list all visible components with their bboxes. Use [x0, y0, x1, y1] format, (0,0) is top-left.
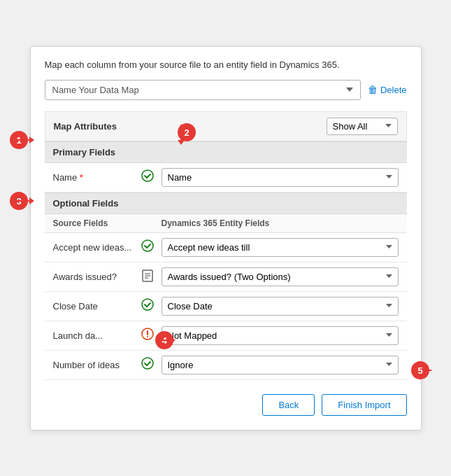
optional-field-row-4: Number of ideas Ignore Not Mapped — [45, 351, 407, 380]
optional-field-select-2[interactable]: Close Date Not Mapped Ignore — [162, 297, 399, 316]
optional-field-row-0: Accept new ideas... Accept new ideas til… — [45, 233, 407, 262]
required-star: * — [80, 172, 83, 183]
main-container: Map each column from your source file to… — [30, 46, 422, 430]
callout-5: 5 — [411, 361, 429, 379]
show-all-select[interactable]: Show All Mapped Unmapped — [327, 118, 398, 135]
optional-field-label-0: Accept new ideas... — [53, 242, 134, 253]
primary-fields-header: Primary Fields — [45, 141, 407, 163]
map-attributes-label: Map Attributes — [54, 121, 117, 132]
name-check-icon — [139, 169, 156, 185]
footer-buttons: Back Finish Import — [45, 394, 407, 416]
optional-field-label-4: Number of ideas — [53, 360, 134, 370]
optional-field-label-2: Close Date — [53, 301, 134, 312]
optional-field-select-1[interactable]: Awards issued? (Two Options) Not Mapped … — [162, 267, 399, 286]
doc-icon-1 — [139, 270, 156, 284]
warn-icon-3 — [139, 328, 156, 343]
data-map-row: Name Your Data Map 🗑 Delete — [45, 80, 407, 100]
optional-field-select-3[interactable]: Not Mapped Ignore — [162, 326, 399, 345]
header-instruction: Map each column from your source file to… — [45, 59, 407, 70]
callout-2: 2 — [178, 123, 196, 141]
svg-point-10 — [142, 358, 153, 369]
check-icon-2 — [139, 298, 156, 314]
delete-button[interactable]: 🗑 Delete — [368, 84, 407, 95]
trash-icon: 🗑 — [368, 84, 378, 95]
svg-point-1 — [142, 240, 153, 251]
check-icon-4 — [139, 357, 156, 372]
map-attributes-bar: Map Attributes Show All Mapped Unmapped — [45, 111, 407, 141]
data-map-select[interactable]: Name Your Data Map — [45, 80, 361, 100]
optional-fields-header: Optional Fields — [45, 192, 407, 214]
optional-field-select-4[interactable]: Ignore Not Mapped — [162, 356, 399, 374]
optional-field-label-1: Awards issued? — [53, 272, 134, 282]
column-headers: Source Fields Dynamics 365 Entity Fields — [45, 214, 407, 233]
optional-field-label-3: Launch da... — [53, 330, 134, 341]
svg-point-9 — [147, 336, 148, 337]
optional-field-row-1: Awards issued? Awards issued? (Two Optio… — [45, 262, 407, 292]
col-entity-header: Dynamics 365 Entity Fields — [162, 218, 270, 228]
check-icon-0 — [139, 239, 156, 255]
back-button[interactable]: Back — [262, 394, 315, 416]
name-field-label: Name * — [53, 172, 134, 183]
optional-field-row-2: Close Date Close Date Not Mapped Ignore — [45, 292, 407, 321]
svg-point-6 — [142, 299, 153, 310]
name-field-row: Name * Name — [45, 163, 407, 192]
svg-point-0 — [142, 170, 153, 181]
finish-import-button[interactable]: Finish Import — [322, 394, 406, 416]
col-source-header: Source Fields — [53, 218, 134, 228]
name-field-select[interactable]: Name — [162, 168, 399, 187]
optional-field-row-3: Launch da... Not Mapped Ignore — [45, 321, 407, 351]
optional-field-select-0[interactable]: Accept new ideas till Not Mapped Ignore — [162, 238, 399, 257]
